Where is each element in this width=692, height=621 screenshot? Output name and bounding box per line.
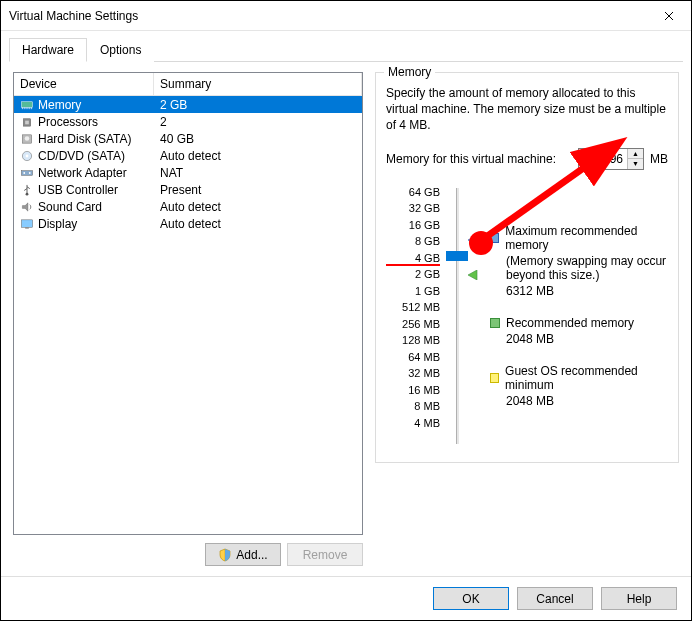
left-pane: Device Summary Memory2 GBProcessors2Hard…: [13, 72, 363, 566]
tab-body: Device Summary Memory2 GBProcessors2Hard…: [1, 62, 691, 576]
svg-point-4: [25, 136, 30, 141]
square-icon: [490, 373, 499, 383]
add-button[interactable]: Add...: [205, 543, 281, 566]
memory-icon: [20, 99, 34, 111]
close-button[interactable]: [646, 1, 691, 31]
spin-up[interactable]: ▲: [628, 149, 643, 160]
spin-down[interactable]: ▼: [628, 159, 643, 169]
memory-spinner[interactable]: ▲ ▼: [578, 148, 644, 170]
spinner-buttons: ▲ ▼: [627, 149, 643, 169]
svg-rect-2: [25, 120, 29, 124]
dialog-footer: OK Cancel Help: [1, 576, 691, 620]
scale-tick: 8 MB: [386, 398, 440, 415]
device-summary: NAT: [154, 165, 362, 181]
device-summary: 2: [154, 114, 362, 130]
memory-value-input[interactable]: [579, 149, 627, 169]
net-icon: [20, 167, 34, 179]
scale-tick: 32 GB: [386, 200, 440, 217]
device-buttons: Add... Remove: [13, 535, 363, 566]
scale-tick: 256 MB: [386, 316, 440, 333]
device-name: Display: [38, 217, 77, 231]
device-summary: Auto detect: [154, 216, 362, 232]
col-summary[interactable]: Summary: [154, 73, 362, 96]
memory-group: Memory Specify the amount of memory allo…: [375, 72, 679, 463]
table-row[interactable]: DisplayAuto detect: [14, 215, 362, 232]
max-note: (Memory swapping may occur beyond this s…: [506, 254, 668, 282]
tab-container: Hardware Options: [1, 31, 691, 62]
table-body: Memory2 GBProcessors2Hard Disk (SATA)40 …: [14, 96, 362, 232]
help-button[interactable]: Help: [601, 587, 677, 610]
max-block: Maximum recommended memory (Memory swapp…: [490, 224, 668, 298]
device-table: Device Summary Memory2 GBProcessors2Hard…: [13, 72, 363, 535]
rec-marker: [468, 270, 478, 280]
svg-rect-7: [21, 170, 32, 175]
device-summary: Present: [154, 182, 362, 198]
max-value: 6312 MB: [506, 284, 668, 298]
right-pane: Memory Specify the amount of memory allo…: [375, 72, 679, 566]
scale-tick: 128 MB: [386, 332, 440, 349]
svg-point-10: [26, 192, 29, 195]
slider-thumb[interactable]: [446, 251, 468, 261]
scale-labels: 64 GB32 GB16 GB8 GB4 GB2 GB1 GB512 MB256…: [386, 184, 440, 448]
scale-tick: 4 MB: [386, 415, 440, 432]
disk-icon: [20, 133, 34, 145]
device-summary: 2 GB: [154, 97, 362, 113]
table-row[interactable]: Sound CardAuto detect: [14, 198, 362, 215]
max-label: Maximum recommended memory: [505, 224, 668, 252]
device-name: Processors: [38, 115, 98, 129]
ok-button[interactable]: OK: [433, 587, 509, 610]
cd-icon: [20, 150, 34, 162]
device-name: CD/DVD (SATA): [38, 149, 125, 163]
scale-tick: 16 MB: [386, 382, 440, 399]
remove-button: Remove: [287, 543, 363, 566]
table-row[interactable]: Hard Disk (SATA)40 GB: [14, 130, 362, 147]
svg-point-6: [26, 154, 29, 157]
table-row[interactable]: Processors2: [14, 113, 362, 130]
scale-tick: 64 GB: [386, 184, 440, 201]
memory-info: Maximum recommended memory (Memory swapp…: [490, 184, 668, 448]
table-row[interactable]: USB ControllerPresent: [14, 181, 362, 198]
scale-tick: 32 MB: [386, 365, 440, 382]
memory-legend: Memory: [384, 65, 435, 79]
min-label: Guest OS recommended minimum: [505, 364, 668, 392]
scale-tick: 8 GB: [386, 233, 440, 250]
memory-unit: MB: [650, 152, 668, 166]
memory-slider[interactable]: [450, 184, 480, 448]
tab-strip: Hardware Options: [9, 37, 683, 62]
square-icon: [490, 233, 499, 243]
svg-point-9: [29, 172, 31, 174]
cpu-icon: [20, 116, 34, 128]
window-title: Virtual Machine Settings: [9, 9, 646, 23]
display-icon: [20, 218, 34, 230]
svg-rect-11: [21, 219, 32, 226]
add-label: Add...: [236, 548, 267, 562]
table-row[interactable]: Memory2 GB: [14, 96, 362, 113]
device-summary: Auto detect: [154, 148, 362, 164]
memory-input-row: Memory for this virtual machine: ▲ ▼ MB: [386, 148, 668, 170]
device-name: Network Adapter: [38, 166, 127, 180]
device-summary: 40 GB: [154, 131, 362, 147]
square-icon: [490, 318, 500, 328]
tab-options[interactable]: Options: [87, 38, 154, 62]
rec-label: Recommended memory: [506, 316, 634, 330]
scale-tick: 1 GB: [386, 283, 440, 300]
table-row[interactable]: Network AdapterNAT: [14, 164, 362, 181]
tab-hardware[interactable]: Hardware: [9, 38, 87, 62]
shield-icon: [218, 548, 232, 562]
sound-icon: [20, 201, 34, 213]
table-row[interactable]: CD/DVD (SATA)Auto detect: [14, 147, 362, 164]
memory-slider-area: 64 GB32 GB16 GB8 GB4 GB2 GB1 GB512 MB256…: [386, 184, 668, 448]
cancel-button[interactable]: Cancel: [517, 587, 593, 610]
scale-tick: 2 GB: [386, 266, 440, 283]
memory-input-label: Memory for this virtual machine:: [386, 152, 556, 166]
triangle-left-icon: [468, 270, 478, 280]
device-summary: Auto detect: [154, 199, 362, 215]
scale-tick: 64 MB: [386, 349, 440, 366]
device-name: USB Controller: [38, 183, 118, 197]
titlebar: Virtual Machine Settings: [1, 1, 691, 31]
device-name: Memory: [38, 98, 81, 112]
scale-tick: 16 GB: [386, 217, 440, 234]
device-name: Hard Disk (SATA): [38, 132, 132, 146]
col-device[interactable]: Device: [14, 73, 154, 96]
svg-rect-0: [21, 101, 32, 107]
